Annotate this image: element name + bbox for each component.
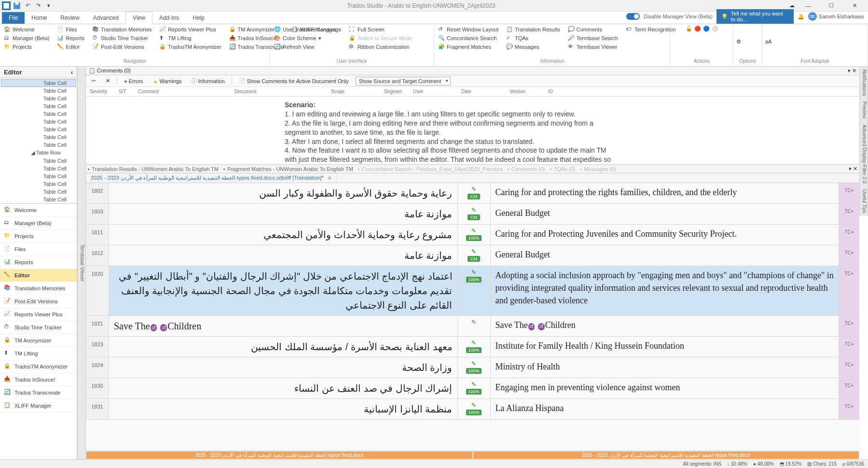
segment-source[interactable]: إشراك الرجال في صد العنف عن النساء [109, 378, 458, 398]
tab-addins[interactable]: Add-Ins [152, 12, 186, 24]
subtab[interactable]: ▪Concordance Search - Pandora_Fope_5Apri… [358, 166, 503, 172]
info-tb-search[interactable]: 🔎Termbase Search [567, 34, 619, 42]
bottom-strip-right[interactable]: الخطة التنفيذية للاستراتيجية الوطنية للم… [473, 452, 859, 459]
col-st[interactable]: S/T [115, 88, 134, 95]
save-icon[interactable] [13, 1, 21, 10]
tree-item[interactable]: ◢ Table Row [1, 149, 76, 157]
segment-target[interactable]: General Budget [491, 245, 840, 266]
comments-close-icon[interactable]: ✕ [852, 68, 856, 73]
nav-item-translation-memories[interactable]: 📚Translation Memories [0, 282, 77, 295]
segment-target[interactable]: Caring for and Protecting Juveniles and … [491, 225, 840, 245]
adv-filter-tab[interactable]: Advanced Display Filter 2.0 [859, 122, 868, 186]
nav-rvp[interactable]: 📈Reports Viewer Plus [158, 26, 222, 33]
action-icon-3[interactable]: 🔵 [703, 26, 710, 32]
tab-review[interactable]: Review [54, 12, 86, 24]
segment-row[interactable]: 1820اعتماد نهج الإدماج الاجتماعي من خلال… [86, 266, 859, 316]
info-trans-results[interactable]: 📋Translation Results [505, 26, 561, 33]
action-icon-4[interactable]: ⚪ [712, 26, 718, 32]
active-doc-toggle[interactable]: 📄Show Comments for Active Document Only [236, 77, 352, 85]
ui-lang[interactable]: 🌐User Interface Language [273, 26, 342, 33]
segment-status[interactable]: ✎100% [458, 225, 491, 245]
ui-fullscreen[interactable]: ⛶Full Screen [348, 26, 413, 33]
tab-file[interactable]: File [2, 12, 25, 24]
segment-source[interactable]: معهد العناية بصحة الأسرة / مؤسسة الملك ا… [109, 337, 458, 357]
segment-target[interactable]: Ministry of Health [491, 357, 840, 378]
info-concord[interactable]: 🔍Concordance Search [437, 34, 499, 42]
comments-dropdown-icon[interactable]: ▾ [848, 68, 851, 73]
segment-status[interactable]: ✎100% [458, 378, 491, 398]
nav-item-editor[interactable]: ✏️Editor [0, 269, 77, 282]
col-date[interactable]: Date [457, 88, 506, 95]
user-badge[interactable]: SE Sameh Elsharkawy [808, 12, 864, 21]
segment-target[interactable]: Caring for and protecting the rights fam… [491, 183, 840, 203]
useful-tips-tab[interactable]: Useful Tips [859, 186, 868, 216]
tree-item[interactable]: Table Cell [1, 102, 76, 110]
nav-item-reports[interactable]: 📊Reports [0, 256, 77, 269]
nav-item-manager-beta-[interactable]: 🗂Manager (Beta) [0, 217, 77, 230]
warnings-filter[interactable]: ▲Warnings [150, 77, 185, 85]
tree-item[interactable]: Table Cell [1, 87, 76, 95]
tree-item[interactable]: Table Cell [1, 172, 76, 180]
col-comment[interactable]: Comment [134, 88, 231, 95]
segment-source[interactable]: مشروع رعاية وحماية الأحداث والأمن المجتم… [109, 225, 458, 245]
info-filter[interactable]: ⓘInformation [189, 76, 228, 85]
nav-item-files[interactable]: 📄Files [0, 243, 77, 256]
segment-target[interactable]: Save Thecf cfChildren [491, 316, 840, 336]
ui-secure[interactable]: 🔒Switch to Secure Mode [348, 34, 413, 42]
nav-item-projects[interactable]: 📁Projects [0, 230, 77, 243]
info-frag[interactable]: 🧩Fragment Matches [437, 43, 499, 51]
nav-item-post-edit-versions[interactable]: 📝Post-Edit Versions [0, 295, 77, 308]
comment-scope-dropdown[interactable]: Show Source and Target Comment [356, 77, 451, 85]
nav-projects[interactable]: 📁Projects [3, 43, 50, 51]
segment-status[interactable]: ✎ [458, 316, 491, 336]
tree-item[interactable]: Table Cell [1, 165, 76, 172]
info-messages[interactable]: 💬Messages [505, 43, 561, 51]
segment-target[interactable]: La Alianza Hispana [491, 399, 840, 419]
segment-source[interactable]: موازنة عامة [109, 245, 458, 266]
file-tab-active[interactable]: الخطة التنفيذية للاستراتيجية الوطنية للم… [86, 173, 337, 183]
tab-help[interactable]: Help [186, 12, 211, 24]
segment-row[interactable]: 1802رعاية وحماية حقوق الأسرة والطفولة وك… [86, 183, 859, 204]
tree-item[interactable]: Table Cell [1, 141, 76, 149]
nav-item-trados-transcreate[interactable]: 🔄Trados Transcreate [0, 386, 77, 399]
document-tree[interactable]: Table CellTable CellTable CellTable Cell… [0, 78, 77, 204]
segment-row[interactable]: 1823معهد العناية بصحة الأسرة / مؤسسة الم… [86, 337, 859, 357]
nav-item-studio-time-tracker[interactable]: ⏱Studio Time Tracker [0, 321, 77, 334]
segment-status[interactable]: ✎100% [458, 266, 491, 315]
segment-target[interactable]: Engaging men in preventing violence agai… [491, 378, 840, 398]
segment-status[interactable]: ✎CM [458, 183, 491, 203]
action-icon-1[interactable]: 🔓 [686, 26, 692, 32]
nav-tradostm-anon[interactable]: 🔒TradosTM Anonymizer [158, 43, 222, 51]
tell-me-search[interactable]: 💡 Tell me what you want to do... [716, 9, 794, 24]
tree-item[interactable]: Table Cell [1, 196, 76, 203]
font-adapt-icon[interactable]: aA [765, 39, 772, 44]
nav-tracker[interactable]: ⏱Studio Time Tracker [91, 34, 152, 42]
notifications-tab[interactable]: Notifications [859, 67, 868, 99]
nav-files[interactable]: 📄Files [56, 26, 85, 33]
notification-icon[interactable]: 🔔 [798, 14, 804, 20]
nav-tm[interactable]: 📚Translation Memories [91, 26, 152, 33]
subtab[interactable]: ▪Messages (0) [580, 166, 616, 172]
file-tab-close-icon[interactable]: ✕ [328, 175, 331, 181]
tree-item[interactable]: Table Cell [1, 118, 76, 126]
nav-manager[interactable]: 🗂Manager (Beta) [3, 34, 50, 42]
nav-item-tradostm-anonymizer[interactable]: 🔒TradosTM Anonymizer [0, 360, 77, 373]
qat-dropdown-icon[interactable]: ▾ [44, 1, 53, 10]
nav-tmlifting[interactable]: ⬆TM Lifting [158, 34, 222, 42]
undo-icon[interactable]: ↶ [23, 1, 32, 10]
segment-source[interactable]: اعتماد نهج الإدماج الاجتماعي من خلال "إش… [109, 266, 458, 315]
tree-item[interactable]: Table Cell [1, 95, 76, 102]
segment-source[interactable]: وزارة الصحة [109, 357, 458, 378]
col-document[interactable]: Document [231, 88, 327, 95]
segment-row[interactable]: 1831منظمة اليانزا الإسبانية✎100%La Alian… [86, 399, 859, 420]
segment-grid[interactable]: 1802رعاية وحماية حقوق الأسرة والطفولة وك… [86, 183, 859, 451]
subtab[interactable]: ▪Translation Results - UNWomen Arabic To… [88, 166, 219, 172]
edit-comment-icon[interactable]: ✏ [89, 77, 99, 85]
info-reset[interactable]: ↺Reset Window Layout [437, 26, 499, 33]
nav-postedit[interactable]: 📝Post-Edit Versions [91, 43, 152, 51]
nav-item-tm-anonymizer[interactable]: 🔒TM Anonymizer [0, 334, 77, 347]
tree-item[interactable]: Table Cell [1, 180, 76, 188]
tree-item[interactable]: Table Cell [1, 157, 76, 165]
col-segment[interactable]: Segmen [380, 88, 409, 95]
nav-item-xliff-manager[interactable]: 📋XLIFF Manager [0, 399, 77, 412]
